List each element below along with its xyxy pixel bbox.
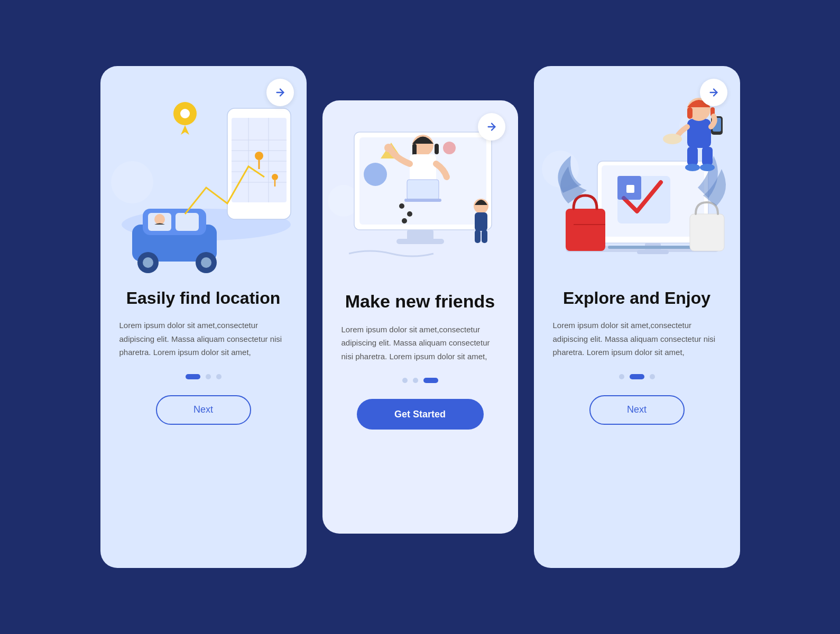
svg-rect-28 bbox=[396, 239, 444, 244]
card-content-1: Easily find location Lorem ipsum dolor s… bbox=[100, 288, 307, 542]
card-desc-1: Lorem ipsum dolor sit amet,consectetur a… bbox=[119, 319, 288, 359]
svg-point-66 bbox=[700, 164, 715, 171]
cards-container: Easily find location Lorem ipsum dolor s… bbox=[100, 66, 740, 568]
svg-point-12 bbox=[272, 174, 278, 180]
svg-rect-51 bbox=[637, 250, 669, 254]
arrow-button-2[interactable] bbox=[478, 113, 505, 141]
get-started-button[interactable]: Get Started bbox=[357, 399, 484, 430]
arrow-button-1[interactable] bbox=[266, 79, 294, 106]
next-button-1[interactable]: Next bbox=[156, 395, 251, 425]
svg-point-29 bbox=[364, 163, 387, 186]
card-title-3: Explore and Enjoy bbox=[563, 288, 710, 308]
dot-1-2 bbox=[206, 374, 211, 379]
dot-1-1 bbox=[186, 374, 200, 379]
svg-rect-64 bbox=[702, 147, 713, 165]
card-desc-2: Lorem ipsum dolor sit amet,consectetur a… bbox=[341, 323, 499, 363]
svg-point-43 bbox=[399, 203, 404, 209]
card-location: Easily find location Lorem ipsum dolor s… bbox=[100, 66, 307, 568]
svg-point-21 bbox=[201, 257, 211, 268]
svg-point-31 bbox=[443, 142, 456, 154]
svg-rect-40 bbox=[475, 212, 487, 231]
card-desc-3: Lorem ipsum dolor sit amet,consectetur a… bbox=[553, 319, 721, 359]
dot-3-2 bbox=[630, 374, 644, 379]
svg-rect-56 bbox=[566, 209, 605, 251]
dots-2 bbox=[402, 378, 438, 383]
svg-point-44 bbox=[407, 211, 412, 217]
svg-rect-54 bbox=[626, 185, 634, 193]
card-title-2: Make new friends bbox=[345, 291, 495, 312]
dot-2-3 bbox=[423, 378, 438, 383]
dot-2-2 bbox=[413, 378, 418, 383]
svg-rect-35 bbox=[410, 154, 436, 183]
next-button-3[interactable]: Next bbox=[589, 395, 685, 425]
svg-point-45 bbox=[402, 218, 407, 223]
card-friends: Make new friends Lorem ipsum dolor sit a… bbox=[322, 100, 518, 534]
svg-rect-42 bbox=[482, 230, 487, 243]
svg-rect-58 bbox=[690, 214, 724, 251]
dot-3-1 bbox=[619, 374, 624, 379]
svg-rect-59 bbox=[687, 119, 711, 148]
svg-rect-41 bbox=[475, 230, 481, 243]
svg-rect-16 bbox=[176, 213, 199, 231]
dot-1-3 bbox=[216, 374, 221, 379]
svg-rect-61 bbox=[687, 107, 693, 119]
card-title-1: Easily find location bbox=[126, 288, 281, 308]
dots-3 bbox=[619, 374, 655, 379]
svg-rect-36 bbox=[407, 180, 439, 200]
svg-point-65 bbox=[685, 164, 700, 171]
svg-rect-63 bbox=[687, 147, 698, 165]
dot-3-3 bbox=[650, 374, 655, 379]
svg-point-23 bbox=[180, 109, 190, 118]
svg-rect-55 bbox=[608, 246, 698, 249]
svg-point-38 bbox=[384, 144, 393, 152]
dot-2-1 bbox=[402, 378, 408, 383]
svg-rect-37 bbox=[404, 199, 441, 202]
svg-point-17 bbox=[154, 214, 165, 225]
dots-1 bbox=[186, 374, 221, 379]
arrow-button-3[interactable] bbox=[700, 79, 727, 106]
svg-point-69 bbox=[663, 134, 682, 144]
card-content-2: Make new friends Lorem ipsum dolor sit a… bbox=[322, 291, 518, 507]
card-content-3: Explore and Enjoy Lorem ipsum dolor sit … bbox=[534, 288, 740, 542]
card-explore: Explore and Enjoy Lorem ipsum dolor sit … bbox=[534, 66, 740, 568]
svg-rect-34 bbox=[435, 144, 439, 154]
svg-point-19 bbox=[143, 257, 153, 268]
svg-point-11 bbox=[255, 152, 263, 160]
